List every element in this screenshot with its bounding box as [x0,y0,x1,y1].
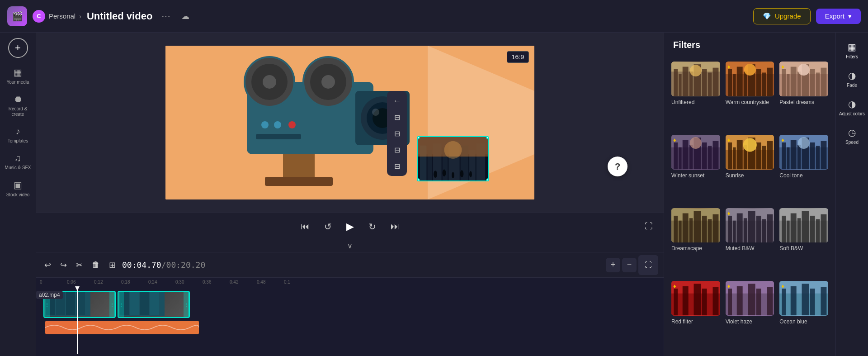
toolbar-resize-icon[interactable]: ⊟ [389,110,405,124]
aspect-ratio-badge[interactable]: 16:9 [507,51,529,63]
ruler-tick-6: 0:06 [67,280,94,285]
filter-cool-tone[interactable]: ♦ Cool tone [779,135,828,203]
skip-start-button[interactable]: ⏮ [299,219,311,233]
filter-pastel-dreams[interactable]: ♦ Pastel dreams [779,62,828,129]
svg-rect-137 [787,220,789,242]
audio-waveform-icon [45,321,199,334]
timeline-playhead[interactable] [77,286,78,354]
toolbar-crop-icon[interactable]: ⊟ [389,142,405,157]
filter-winter-sunset[interactable]: ♦ Winter sunset [671,135,720,203]
sidebar-item-your-media[interactable]: ▦ Your media [2,63,34,89]
zoom-out-button[interactable]: − [622,258,637,272]
filter-sunrise[interactable]: ♦ Sunrise [726,135,774,203]
filter-thumb-more1: ♦ [726,281,774,316]
filter-muted-bw[interactable]: ♦ Muted B&W [726,208,774,276]
toolbar-back-button[interactable]: ← [389,94,405,108]
filter-thumb-winter-sunset: ♦ [671,135,720,170]
redo-button[interactable]: ↪ [57,257,70,273]
svg-rect-61 [728,69,732,96]
clip2-trim-left[interactable]: ⋮ [118,292,124,317]
filter-dreamscape[interactable]: Dreamscape [671,208,720,276]
edge-item-adjust-colors[interactable]: ◑ Adjust colors [837,95,867,120]
muted-bw-preview-icon [726,208,774,243]
app-logo-icon: 🎬 [12,11,23,22]
rewind-button[interactable]: ↺ [322,219,334,234]
svg-rect-57 [713,68,719,96]
overlay-handle-bl[interactable] [417,178,420,181]
play-button[interactable]: ▶ [344,219,356,234]
audio-track[interactable] [45,321,199,334]
cut-button[interactable]: ✂ [73,257,85,273]
video-overlay[interactable] [417,136,489,181]
skip-end-button[interactable]: ⏭ [389,219,401,233]
sidebar-item-stock-video[interactable]: ▣ Stock video [2,176,34,201]
svg-rect-19 [256,134,301,139]
sidebar-item-label-music-sfx: Music & SFX [5,165,31,171]
undo-button[interactable]: ↩ [42,257,54,273]
filter-soft-bw[interactable]: Soft B&W [779,208,828,276]
time-current-decimal: .70 [146,260,161,270]
svg-rect-15 [265,177,333,186]
overlay-handle-tr[interactable] [486,136,489,139]
toolbar-filter-icon[interactable]: ⊟ [389,159,405,173]
more1-preview-icon [726,281,774,316]
svg-rect-101 [767,141,773,169]
export-button[interactable]: Export ▾ [816,9,861,24]
toolbar-adjust-icon[interactable]: ⊟ [389,126,405,141]
filter-thumb-sunrise: ♦ [726,135,774,170]
svg-rect-50 [674,69,678,96]
edge-item-filters[interactable]: ▦ Filters [837,38,867,63]
svg-rect-164 [821,287,827,315]
svg-rect-128 [736,213,742,242]
svg-rect-86 [689,145,693,169]
sidebar-item-music-sfx[interactable]: ♫ Music & SFX [2,149,34,174]
project-title[interactable]: Untitled video [87,10,152,22]
upgrade-button[interactable]: 💎 Upgrade [753,8,811,24]
filter-unfiltered[interactable]: Unfiltered [671,62,720,129]
delete-button[interactable]: 🗑 [89,257,103,272]
svg-rect-146 [674,289,678,315]
svg-rect-155 [748,284,755,315]
sidebar-item-record-create[interactable]: ⏺ Record & create [2,90,34,121]
filter-red[interactable]: ♦ Red filter [671,281,720,349]
svg-rect-45 [140,292,149,315]
clip2-trim-right[interactable]: ⋮ [184,292,189,317]
add-track-button[interactable]: ⊞ [106,257,118,273]
left-sidebar: + ▦ Your media ⏺ Record & create ♪ Templ… [0,33,36,356]
forward-button[interactable]: ↻ [367,219,378,234]
svg-rect-64 [743,71,747,96]
sidebar-item-templates[interactable]: ♪ Templates [2,123,34,147]
timeline-ruler: 0 0:06 0:12 0:18 0:24 0:30 0:36 0:42 0:4… [36,278,664,286]
winter-sunset-preview-icon [671,135,720,170]
svg-rect-149 [702,289,707,315]
sidebar-item-label-templates: Templates [8,138,28,144]
filters-panel: Filters [664,33,835,356]
clip-trim-right[interactable]: ⋮ [109,292,115,317]
svg-rect-117 [679,220,681,242]
expand-timeline-button[interactable]: ⛶ [638,255,658,275]
svg-rect-157 [767,287,773,315]
svg-rect-122 [708,219,712,242]
filter-thumb-more2: ♦ [779,281,828,316]
collapse-timeline-button[interactable]: ∨ [36,240,664,252]
zoom-in-button[interactable]: + [606,258,620,272]
project-menu-button[interactable]: ⋯ [158,9,174,24]
filter-warm-countryside[interactable]: ♦ Warm countryside [726,62,774,129]
edge-item-speed[interactable]: ◷ Speed [837,123,867,148]
upgrade-icon: 💎 [763,12,771,20]
filter-more1[interactable]: ♦ Violet haze [726,281,774,349]
svg-rect-138 [791,213,797,242]
filter-more2[interactable]: ♦ Ocean blue [779,281,828,349]
add-button[interactable]: + [8,38,28,58]
svg-rect-105 [782,142,786,169]
ruler-tick-36: 0:36 [203,280,230,285]
video-clip-2[interactable]: ⋮ ⋮ [118,291,190,318]
fullscreen-button[interactable]: ⛶ [645,222,653,231]
ruler-tick-42: 0:42 [230,280,257,285]
help-button[interactable]: ? [608,157,627,176]
svg-point-102 [743,138,756,152]
svg-rect-116 [674,215,678,242]
edge-item-fade[interactable]: ◑ Fade [837,66,867,91]
svg-rect-66 [756,69,761,96]
muted-bw-crown-icon: ♦ [727,210,731,217]
